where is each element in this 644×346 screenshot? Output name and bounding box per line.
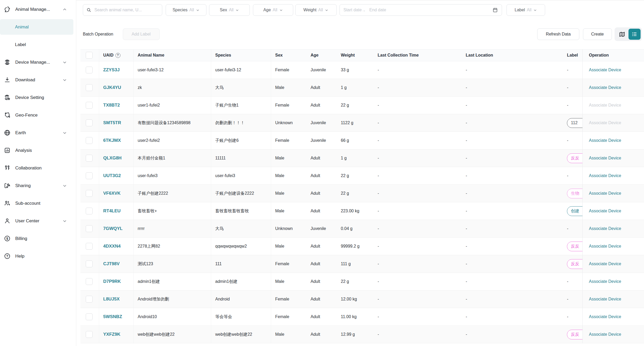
select-all-checkbox[interactable] [86,52,93,59]
sub-account-icon [4,200,11,207]
uaid-link[interactable]: CJT98V [103,261,120,266]
row-checkbox[interactable] [86,102,93,109]
sidebar-item-help[interactable]: ?Help [0,247,76,265]
label-cell: - [563,167,582,185]
uaid-link[interactable]: ZZYS3J [103,67,120,72]
uaid-link[interactable]: RT4LEU [103,208,121,213]
row-checkbox[interactable] [86,243,93,250]
create-button[interactable]: Create [583,28,612,40]
sidebar-item-sub-account[interactable]: Sub-account [0,194,76,212]
sex-cell: Unknown [271,114,306,132]
date-range-arrow: → [362,8,366,12]
sidebar-item-analysis[interactable]: Analysis [0,142,76,159]
search-input[interactable] [94,7,159,13]
row-checkbox[interactable] [86,278,93,285]
row-checkbox[interactable] [86,190,93,197]
uaid-link[interactable]: 6TKJMX [103,138,121,143]
associate-device-link[interactable]: Associate Device [589,262,621,266]
sidebar-item-animal[interactable]: Animal [0,18,76,36]
sidebar-item-earth[interactable]: Earth [0,124,76,142]
uaid-link[interactable]: SMT5TR [103,120,121,125]
associate-device-link[interactable]: Associate Device [589,279,621,284]
species-cell: 等会等会 [211,308,271,326]
label-pill: 创建 [567,206,582,216]
uaid-link[interactable]: L8UJ5X [103,297,120,302]
associate-device-link[interactable]: Associate Device [589,297,621,301]
row-checkbox[interactable] [86,313,93,320]
row-checkbox[interactable] [86,260,93,267]
uaid-link[interactable]: GJK4YU [103,85,121,90]
row-checkbox[interactable] [86,296,93,303]
uaid-link[interactable]: UUT3G2 [103,173,121,178]
end-date-input[interactable]: End date [369,8,492,12]
uaid-link[interactable]: VF6XVK [103,191,121,196]
row-checkbox[interactable] [86,84,93,91]
row-checkbox[interactable] [86,225,93,232]
row-checkbox[interactable] [86,172,93,179]
collar-device-icon [4,59,11,66]
sex-cell: Male [271,202,306,220]
associate-device-link[interactable]: Associate Device [589,156,621,160]
sex-cell: Unknown [271,220,306,238]
sidebar-item-device-manage[interactable]: Device Manage... [0,53,76,71]
row-checkbox[interactable] [86,119,93,126]
weight-filter[interactable]: Weight All [295,4,337,16]
add-label-button[interactable]: Add Label [123,28,160,40]
associate-device-link[interactable]: Associate Device [589,314,621,319]
sidebar-item-user-center[interactable]: User Center [0,212,76,230]
age-cell: Juvenile [306,220,337,238]
associate-device-link[interactable]: Associate Device [589,173,621,178]
uaid-help-icon[interactable]: ? [115,53,120,58]
age-filter-label: Age [263,8,271,12]
associate-device-link[interactable]: Associate Device [589,68,621,72]
sidebar-item-billing[interactable]: $Billing [0,230,76,247]
sidebar-item-download[interactable]: Download [0,71,76,89]
last-collection-cell: - [373,132,462,149]
associate-device-link[interactable]: Associate Device [589,226,621,231]
uaid-link[interactable]: QLXG8H [103,156,122,161]
row-checkbox[interactable] [86,331,93,338]
associate-device-link[interactable]: Associate Device [589,209,621,213]
uaid-link[interactable]: TX8BT2 [103,103,120,108]
species-filter[interactable]: Species All [166,4,206,16]
age-filter[interactable]: Age All [253,4,293,16]
species-cell: Android [211,290,271,308]
sidebar-item-label[interactable]: Label [0,36,76,53]
map-view-button[interactable] [616,29,628,40]
last-location-cell: - [462,167,563,185]
associate-device-link[interactable]: Associate Device [589,244,621,248]
start-date-input[interactable]: Start date [343,8,362,12]
uaid-link[interactable]: 7GWQYL [103,226,123,231]
table-row: VF6XVK 子账户创建2222 子账户创建设备2222 Male Adult … [80,185,644,202]
associate-device-link: Associate Device [589,121,621,125]
label-filter[interactable]: Label All [506,4,545,16]
uaid-link[interactable]: YXFZ9K [103,332,120,337]
row-checkbox[interactable] [86,137,93,144]
sex-filter[interactable]: Sex All [209,4,250,16]
sidebar-item-animal-manage[interactable]: Animal Manage... [0,1,76,18]
analysis-icon [4,147,11,154]
associate-device-link[interactable]: Associate Device [589,332,621,337]
sex-cell: Female [271,97,306,114]
row-checkbox[interactable] [86,208,93,214]
associate-device-link[interactable]: Associate Device [589,85,621,90]
species-cell: 111 [211,255,271,273]
uaid-link[interactable]: 5WSNBZ [103,314,122,319]
uaid-link[interactable]: 4DXXN4 [103,244,121,249]
sidebar-item-label: Download [15,77,35,83]
associate-device-link[interactable]: Associate Device [589,191,621,195]
sidebar-item-geo-fence[interactable]: Geo-Fence [0,106,76,124]
sex-cell: Male [271,79,306,97]
uaid-link[interactable]: D7P9RK [103,279,121,284]
row-checkbox[interactable] [86,155,93,162]
date-range-picker[interactable]: Start date → End date [339,4,502,16]
sidebar-item-collaboration[interactable]: Collaboration [0,159,76,177]
refresh-data-button[interactable]: Refresh Data [537,28,579,40]
sidebar-item-label: Geo-Fence [15,113,38,118]
list-view-button[interactable] [628,29,641,40]
associate-device-link[interactable]: Associate Device [589,138,621,143]
row-checkbox[interactable] [86,67,93,73]
sidebar-item-device-setting[interactable]: Device Setting [0,89,76,106]
sidebar-item-sharing[interactable]: Sharing [0,177,76,194]
species-cell: 子账户创建6 [211,132,271,149]
